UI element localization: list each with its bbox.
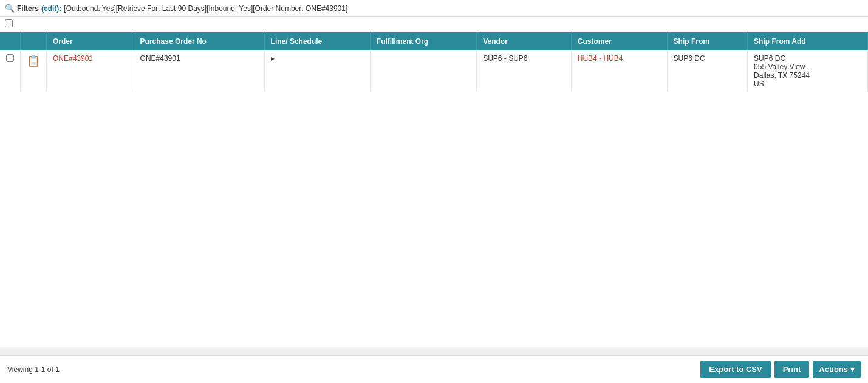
select-all-checkbox[interactable] — [5, 19, 13, 27]
filter-label: Filters — [17, 4, 39, 13]
actions-button[interactable]: Actions ▾ — [813, 361, 861, 378]
fulfillment-org-cell — [370, 50, 476, 92]
bottom-actions: Export to CSV Print Actions ▾ — [700, 361, 861, 378]
order-link[interactable]: ONE#43901 — [53, 54, 93, 63]
filter-bar: 🔍 Filters (edit): [Outbound: Yes][Retrie… — [0, 0, 868, 17]
table-row: 📋ONE#43901ONE#43901▸SUP6 - SUP6HUB4 - HU… — [0, 50, 868, 92]
search-icon: 🔍 — [5, 4, 15, 13]
dropdown-arrow-icon: ▾ — [850, 365, 855, 374]
orders-table: Order Purchase Order No Line/ Schedule F… — [0, 17, 868, 92]
col-header-customer[interactable]: Customer — [571, 32, 667, 51]
table-scroll[interactable]: Order Purchase Order No Line/ Schedule F… — [0, 17, 868, 347]
col-header-fulfillment-org[interactable]: Fulfillment Org — [370, 32, 476, 51]
col-header-line-schedule[interactable]: Line/ Schedule — [264, 32, 370, 51]
bottom-bar: Viewing 1-1 of 1 Export to CSV Print Act… — [0, 355, 868, 383]
col-header-checkbox — [0, 32, 21, 51]
horizontal-scrollbar[interactable] — [0, 347, 868, 355]
select-all-cell — [0, 17, 21, 32]
print-button[interactable]: Print — [774, 361, 810, 378]
filter-tags: [Outbound: Yes][Retrieve For: Last 90 Da… — [64, 4, 347, 13]
col-header-vendor[interactable]: Vendor — [477, 32, 572, 51]
row-checkbox[interactable] — [6, 54, 14, 62]
export-csv-button[interactable]: Export to CSV — [700, 361, 770, 378]
viewing-label: Viewing 1-1 of 1 — [7, 365, 60, 374]
row-icon[interactable]: 📋 — [27, 55, 40, 67]
table-wrapper: Order Purchase Order No Line/ Schedule F… — [0, 17, 868, 347]
ship-from-cell: SUP6 DC — [667, 50, 747, 92]
filter-edit-link[interactable]: (edit): — [41, 4, 61, 13]
col-header-po-no[interactable]: Purchase Order No — [134, 32, 264, 51]
ship-from-addr-cell: SUP6 DC 055 Valley View Dallas, TX 75244… — [748, 50, 868, 92]
line-schedule-cell: ▸ — [264, 50, 370, 92]
vendor-cell: SUP6 - SUP6 — [477, 50, 572, 92]
col-header-ship-from[interactable]: Ship From — [667, 32, 747, 51]
actions-label: Actions — [819, 365, 848, 374]
col-header-icon — [21, 32, 47, 51]
col-header-order[interactable]: Order — [47, 32, 134, 51]
po-no-cell: ONE#43901 — [134, 50, 264, 92]
col-header-ship-from-addr[interactable]: Ship From Add — [748, 32, 868, 51]
customer-cell: HUB4 - HUB4 — [571, 50, 667, 92]
